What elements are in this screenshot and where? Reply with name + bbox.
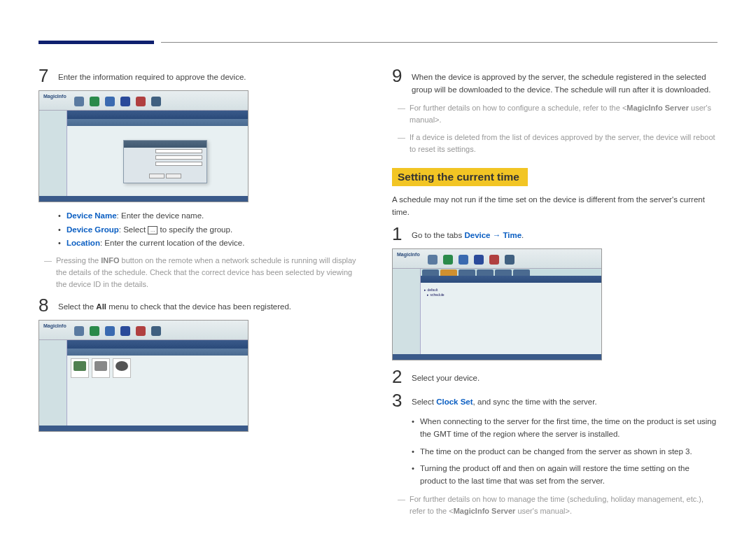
step-number: 1 xyxy=(392,225,405,243)
toolbar-icon xyxy=(151,97,161,106)
approve-dialog xyxy=(123,140,207,183)
step-text: Select your device. xyxy=(412,367,718,386)
note-text: If a device is deleted from the list of … xyxy=(410,132,718,155)
note-bold: INFO xyxy=(101,256,119,265)
toolbar-icon xyxy=(136,97,146,106)
step-text-bold: Clock Set xyxy=(436,398,472,406)
note-after: user's manual>. xyxy=(515,507,572,515)
field-text-after: to specify the group. xyxy=(158,225,232,234)
field-text: : Enter the current location of the devi… xyxy=(100,239,244,247)
right-column: 9 When the device is approved by the ser… xyxy=(392,66,718,506)
toolbar-icon xyxy=(120,97,130,106)
note-info-button: Pressing the INFO button on the remote w… xyxy=(44,255,364,290)
field-text: : Enter the device name. xyxy=(117,211,204,220)
step-number: 9 xyxy=(392,66,405,97)
field-text-before: : Select xyxy=(119,225,148,234)
step-number: 3 xyxy=(392,391,405,409)
screenshot-all-devices: MagicInfo xyxy=(38,320,248,432)
section-intro: A schedule may not run if the time set o… xyxy=(392,193,718,219)
note-device-deleted: If a device is deleted from the list of … xyxy=(398,132,718,155)
app-logo: MagicInfo xyxy=(43,94,66,99)
bullet-device-group: Device Group: Select … to specify the gr… xyxy=(58,223,364,237)
step-number: 8 xyxy=(38,296,51,314)
step-1: 1 Go to the tabs Device → Time. xyxy=(392,225,718,243)
step-text: Enter the information required to approv… xyxy=(58,66,364,85)
header-bar xyxy=(38,41,154,44)
step-text: Go to the tabs Device → Time. xyxy=(412,225,718,243)
step-number: 7 xyxy=(38,66,51,85)
step-text-bold: Time xyxy=(503,231,522,239)
step-text-after: menu to check that the device has been r… xyxy=(106,302,291,311)
step-8: 8 Select the All menu to check that the … xyxy=(38,296,364,314)
step-number: 2 xyxy=(392,367,405,386)
note-bold: MagicInfo Server xyxy=(454,507,516,515)
browse-button-icon: … xyxy=(148,226,158,234)
field-label: Location xyxy=(66,239,100,247)
note-bold: MagicInfo Server xyxy=(626,104,689,112)
step-2: 2 Select your device. xyxy=(392,367,718,386)
arrow: → xyxy=(491,231,503,239)
bullet-location: Location: Enter the current location of … xyxy=(58,237,364,251)
step-text-after: , and sync the time with the server. xyxy=(473,398,597,406)
left-column: 7 Enter the information required to appr… xyxy=(38,66,364,506)
step-text-bold: Device xyxy=(464,231,490,239)
time-note-change: The time on the product can be changed f… xyxy=(412,445,718,458)
note-before: Pressing the xyxy=(56,256,101,265)
time-notes: When connecting to the server for the fi… xyxy=(412,415,718,488)
step-text: Select Clock Set, and sync the time with… xyxy=(412,391,718,409)
header-line xyxy=(161,42,718,43)
time-note-gmt: When connecting to the server for the fi… xyxy=(412,415,718,441)
time-note-restore: Turning the product off and then on agai… xyxy=(412,462,718,488)
field-label: Device Group xyxy=(66,225,119,234)
toolbar-icon xyxy=(74,97,84,106)
bullet-device-name: Device Name: Enter the device name. xyxy=(58,209,364,223)
note-schedule-manual: For further details on how to configure … xyxy=(398,102,718,126)
note-time-manual: For further details on how to manage the… xyxy=(398,493,718,517)
field-label: Device Name xyxy=(66,211,117,220)
step-text: When the device is approved by the serve… xyxy=(412,66,718,97)
step-text-before: Select xyxy=(412,398,436,406)
step-text-bold: All xyxy=(96,302,106,311)
step-text: Select the All menu to check that the de… xyxy=(58,296,364,314)
section-heading: Setting the current time xyxy=(392,168,528,186)
screenshot-approve-device: MagicInfo xyxy=(38,90,248,202)
step-text-after: . xyxy=(522,231,524,239)
app-logo: MagicInfo xyxy=(43,323,66,328)
page-header xyxy=(38,41,718,46)
app-logo: MagicInfo xyxy=(397,252,420,257)
toolbar-icon xyxy=(90,97,99,106)
step-9: 9 When the device is approved by the ser… xyxy=(392,66,718,97)
toolbar-icon xyxy=(105,97,115,106)
step-7: 7 Enter the information required to appr… xyxy=(38,66,364,85)
step-text-before: Select the xyxy=(58,302,96,311)
step-3: 3 Select Clock Set, and sync the time wi… xyxy=(392,391,718,409)
field-descriptions: Device Name: Enter the device name. Devi… xyxy=(58,209,364,251)
screenshot-device-time: MagicInfo ▸ default ▸ schedule xyxy=(392,248,602,360)
time-tab-active xyxy=(440,269,457,276)
step-text-before: Go to the tabs xyxy=(412,231,464,239)
note-before: For further details on how to configure … xyxy=(410,104,626,112)
